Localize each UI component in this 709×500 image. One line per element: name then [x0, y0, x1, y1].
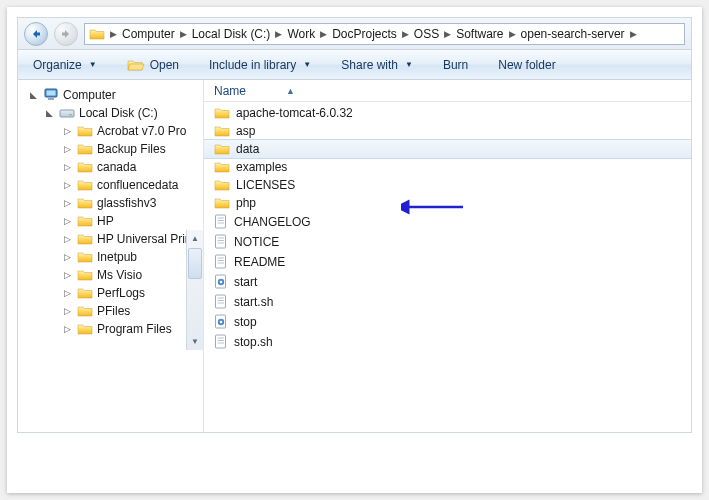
- file-icon: [214, 234, 228, 250]
- expand-icon[interactable]: ▷: [62, 216, 73, 227]
- file-row[interactable]: README: [204, 252, 691, 272]
- file-name: php: [236, 196, 256, 210]
- chevron-right-icon: ▶: [627, 29, 640, 39]
- expand-icon[interactable]: ▷: [62, 288, 73, 299]
- svg-rect-13: [216, 255, 226, 268]
- burn-button[interactable]: Burn: [438, 55, 473, 75]
- file-row[interactable]: data: [204, 139, 691, 159]
- back-button[interactable]: [24, 22, 48, 46]
- explorer-window: ▶ Computer ▶ Local Disk (C:) ▶ Work ▶ Do…: [17, 17, 692, 433]
- file-name: start: [234, 275, 257, 289]
- folder-icon: [77, 214, 93, 228]
- svg-rect-2: [48, 98, 54, 100]
- breadcrumb-item[interactable]: Computer: [120, 27, 177, 41]
- organize-button[interactable]: Organize▼: [28, 55, 102, 75]
- tree-folder-item[interactable]: ▷PFiles: [18, 302, 203, 320]
- open-folder-icon: [127, 58, 145, 72]
- open-button[interactable]: Open: [122, 55, 184, 75]
- folder-icon: [77, 160, 93, 174]
- tree-folder-item[interactable]: ▷HP: [18, 212, 203, 230]
- expand-icon[interactable]: ▷: [62, 144, 73, 155]
- chevron-right-icon: ▶: [506, 29, 519, 39]
- file-row[interactable]: stop: [204, 312, 691, 332]
- tree-label: Backup Files: [97, 142, 166, 156]
- file-row[interactable]: stop.sh: [204, 332, 691, 352]
- svg-rect-1: [47, 91, 56, 96]
- tree-folder-item[interactable]: ▷Inetpub: [18, 248, 203, 266]
- expand-icon[interactable]: ▷: [62, 198, 73, 209]
- svg-rect-20: [216, 295, 226, 308]
- chevron-right-icon: ▶: [177, 29, 190, 39]
- expand-icon[interactable]: ▷: [62, 252, 73, 263]
- breadcrumb-item[interactable]: Local Disk (C:): [190, 27, 273, 41]
- include-label: Include in library: [209, 58, 296, 72]
- expand-icon[interactable]: ▷: [62, 324, 73, 335]
- tree-label: Program Files: [97, 322, 172, 336]
- breadcrumb-item[interactable]: Work: [285, 27, 317, 41]
- tree-folder-item[interactable]: ▷PerfLogs: [18, 284, 203, 302]
- expand-icon[interactable]: ▷: [62, 270, 73, 281]
- tree-folder-item[interactable]: ▷confluencedata: [18, 176, 203, 194]
- expand-icon[interactable]: ▷: [62, 180, 73, 191]
- collapse-icon[interactable]: ◣: [28, 90, 39, 101]
- folder-icon: [77, 322, 93, 336]
- file-row[interactable]: asp: [204, 122, 691, 140]
- svg-rect-9: [216, 235, 226, 248]
- expand-icon[interactable]: ▷: [62, 306, 73, 317]
- file-name: start.sh: [234, 295, 273, 309]
- scroll-thumb[interactable]: [188, 248, 202, 279]
- nav-tree[interactable]: ◣ Computer ◣ Local Disk (C:) ▷Acrobat v7…: [18, 80, 204, 432]
- file-row[interactable]: CHANGELOG: [204, 212, 691, 232]
- breadcrumb-item[interactable]: OSS: [412, 27, 441, 41]
- forward-button[interactable]: [54, 22, 78, 46]
- breadcrumb-item[interactable]: DocProjects: [330, 27, 399, 41]
- file-row[interactable]: php: [204, 194, 691, 212]
- tree-disk[interactable]: ◣ Local Disk (C:): [18, 104, 203, 122]
- open-label: Open: [150, 58, 179, 72]
- expand-icon[interactable]: ▷: [62, 126, 73, 137]
- folder-icon: [77, 268, 93, 282]
- share-button[interactable]: Share with▼: [336, 55, 418, 75]
- tree-scrollbar[interactable]: ▲ ▼: [186, 230, 203, 350]
- tree-folder-item[interactable]: ▷Program Files: [18, 320, 203, 338]
- file-icon: [214, 334, 228, 350]
- tree-folder-item[interactable]: ▷canada: [18, 158, 203, 176]
- expand-icon[interactable]: ▷: [62, 234, 73, 245]
- file-row[interactable]: start: [204, 272, 691, 292]
- file-row[interactable]: start.sh: [204, 292, 691, 312]
- batch-file-icon: [214, 274, 228, 290]
- file-list[interactable]: apache-tomcat-6.0.32aspdataexamplesLICEN…: [204, 102, 691, 352]
- address-bar[interactable]: ▶ Computer ▶ Local Disk (C:) ▶ Work ▶ Do…: [84, 23, 685, 45]
- file-row[interactable]: examples: [204, 158, 691, 176]
- new-folder-button[interactable]: New folder: [493, 55, 560, 75]
- folder-icon: [77, 178, 93, 192]
- column-header[interactable]: Name ▲: [204, 80, 691, 102]
- scroll-track[interactable]: [187, 280, 203, 333]
- tree-label: Acrobat v7.0 Pro: [97, 124, 186, 138]
- expand-icon[interactable]: ▷: [62, 162, 73, 173]
- file-name: NOTICE: [234, 235, 279, 249]
- tree-folder-item[interactable]: ▷HP Universal Print: [18, 230, 203, 248]
- breadcrumb-item[interactable]: Software: [454, 27, 505, 41]
- column-name-label: Name: [214, 84, 246, 98]
- file-row[interactable]: LICENSES: [204, 176, 691, 194]
- sort-asc-icon: ▲: [286, 86, 295, 96]
- tree-label: Local Disk (C:): [79, 106, 158, 120]
- breadcrumb-item[interactable]: open-search-server: [519, 27, 627, 41]
- tree-folder-item[interactable]: ▷glassfishv3: [18, 194, 203, 212]
- scroll-up-icon[interactable]: ▲: [187, 230, 203, 247]
- tree-computer[interactable]: ◣ Computer: [18, 86, 203, 104]
- tree-folder-item[interactable]: ▷Backup Files: [18, 140, 203, 158]
- include-library-button[interactable]: Include in library▼: [204, 55, 316, 75]
- tree-label: confluencedata: [97, 178, 178, 192]
- file-row[interactable]: apache-tomcat-6.0.32: [204, 104, 691, 122]
- tree-folder-item[interactable]: ▷Acrobat v7.0 Pro: [18, 122, 203, 140]
- folder-icon: [77, 232, 93, 246]
- file-row[interactable]: NOTICE: [204, 232, 691, 252]
- file-name: asp: [236, 124, 255, 138]
- toolbar: Organize▼ Open Include in library▼ Share…: [18, 50, 691, 80]
- chevron-right-icon: ▶: [107, 29, 120, 39]
- scroll-down-icon[interactable]: ▼: [187, 333, 203, 350]
- collapse-icon[interactable]: ◣: [44, 108, 55, 119]
- tree-folder-item[interactable]: ▷Ms Visio: [18, 266, 203, 284]
